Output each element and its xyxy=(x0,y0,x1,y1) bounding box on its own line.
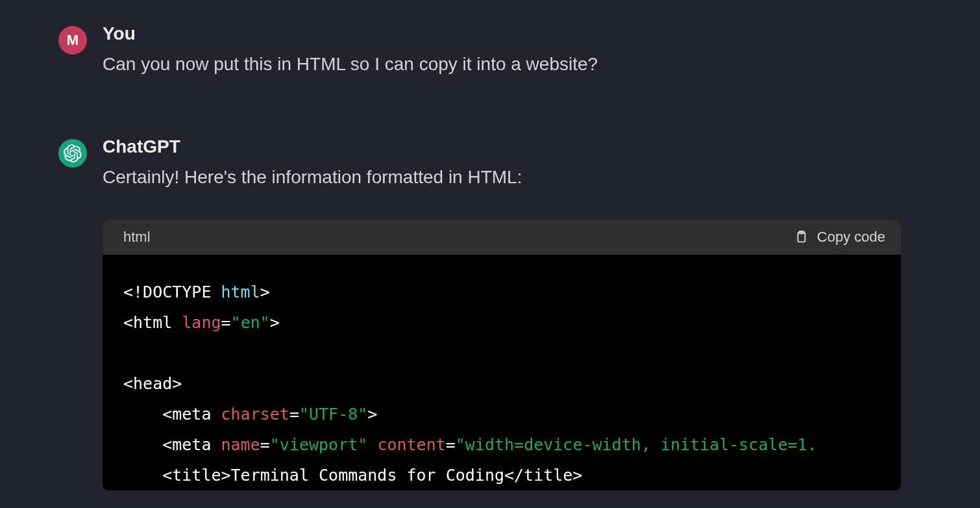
user-body: You Can you now put this in HTML so I ca… xyxy=(103,23,901,78)
code-token: lang xyxy=(182,313,221,332)
user-avatar: M xyxy=(58,26,87,55)
code-token: <meta xyxy=(123,435,221,454)
user-name-label: You xyxy=(103,23,901,44)
code-token: <html xyxy=(123,313,182,332)
assistant-name-label: ChatGPT xyxy=(103,136,901,157)
code-token: = xyxy=(221,313,231,332)
code-language-label: html xyxy=(123,229,151,246)
code-content[interactable]: <!DOCTYPE html> <html lang="en"> <head> … xyxy=(103,255,901,490)
code-token: = xyxy=(289,405,299,424)
code-token: <title>Terminal Commands for Coding</tit… xyxy=(123,466,582,485)
code-token: > xyxy=(260,283,270,301)
assistant-message: ChatGPT Certainly! Here's the informatio… xyxy=(58,136,957,490)
code-token: name xyxy=(221,435,260,454)
code-token: html xyxy=(221,283,260,301)
code-token: <!DOCTYPE xyxy=(123,283,221,301)
chatgpt-logo-icon xyxy=(64,144,82,162)
code-token: "width=device-width, initial-scale=1. xyxy=(456,435,817,454)
code-token xyxy=(367,435,377,454)
clipboard-icon xyxy=(794,230,808,244)
code-token: > xyxy=(270,313,280,332)
code-token: = xyxy=(446,435,456,454)
assistant-body: ChatGPT Certainly! Here's the informatio… xyxy=(103,136,901,490)
user-avatar-initial: M xyxy=(67,32,79,49)
code-token: <head> xyxy=(123,374,182,393)
code-token: > xyxy=(367,405,377,424)
user-message-text: Can you now put this in HTML so I can co… xyxy=(103,51,901,78)
code-token: "UTF-8" xyxy=(299,405,367,424)
assistant-intro-text: Certainly! Here's the information format… xyxy=(103,164,901,191)
copy-code-button[interactable]: Copy code xyxy=(794,229,885,246)
code-block: html Copy code <!DOCTYPE html> <html lan… xyxy=(103,220,901,490)
code-token: charset xyxy=(221,405,289,424)
code-token: "en" xyxy=(231,313,270,332)
code-token: content xyxy=(377,435,445,454)
code-token: "viewport" xyxy=(270,435,368,454)
user-message: M You Can you now put this in HTML so I … xyxy=(58,23,957,78)
chat-container: M You Can you now put this in HTML so I … xyxy=(0,0,980,490)
assistant-avatar xyxy=(58,139,87,168)
copy-code-label: Copy code xyxy=(817,229,885,246)
code-token: = xyxy=(260,435,270,454)
code-token: <meta xyxy=(123,405,221,424)
code-toolbar: html Copy code xyxy=(103,220,901,255)
